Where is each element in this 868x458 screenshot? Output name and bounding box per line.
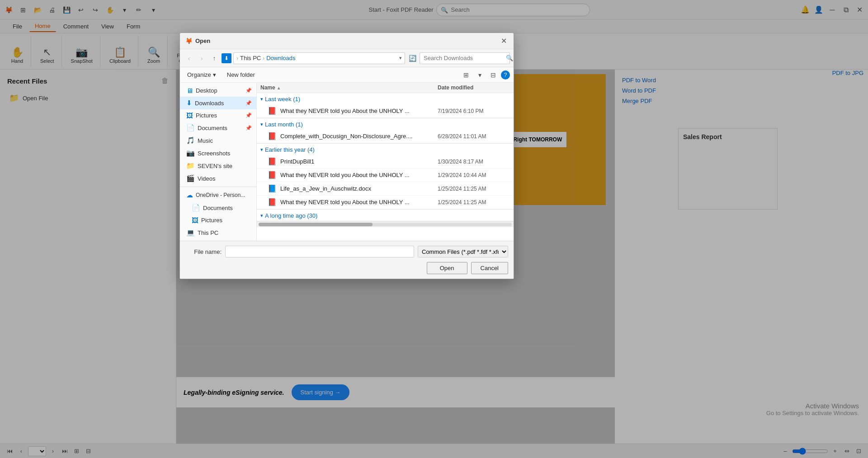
downloads-folder-icon: ⬇ [222,53,231,63]
sort-arrow-name: ▲ [277,85,281,90]
hscroll-thumb [259,223,373,226]
preview-pane-button[interactable]: ⊟ [487,69,499,81]
docx-icon-4: 📘 [268,184,277,193]
refresh-button[interactable]: 🔄 [407,53,418,64]
dialog-close-button[interactable]: ✕ [499,37,508,46]
pin-icon-downloads: 📌 [245,100,252,106]
filename-row: File name: Common Files (*.pdf *.fdf *.x… [185,246,508,257]
group-last-week[interactable]: ▾ Last week (1) [257,93,514,104]
view-dropdown-icon[interactable]: ▾ [474,69,486,81]
group-last-month-label: Last month (1) [265,121,303,128]
nav-item-downloads[interactable]: ⬇ Downloads 📌 [180,97,256,109]
group-last-month[interactable]: ▾ Last month (1) [257,118,514,130]
nav-item-videos[interactable]: 🎬 Videos [180,172,256,185]
dialog-nav-toolbar: ‹ › ↑ ⬇ › This PC › Downloads ▾ 🔄 🔍 [180,49,514,67]
nav-item-documents[interactable]: 📄 Documents 📌 [180,122,256,134]
file-row-0[interactable]: 📕 What they NEVER told you About the UNH… [257,104,514,118]
pdf-icon-5: 📕 [268,198,277,206]
group-long-ago-label: A long time ago (30) [265,212,317,219]
pin-icon-desktop: 📌 [245,88,252,93]
cancel-button[interactable]: Cancel [471,262,508,274]
nav-item-pictures[interactable]: 🖼 Pictures 📌 [180,109,256,122]
view-options-button[interactable]: ⊞ [460,69,472,81]
pdf-icon-3: 📕 [268,171,277,179]
chevron-earlier-icon: ▾ [260,147,263,153]
file-row-1[interactable]: 📕 Complete_with_Docusign_Non-Disclosure_… [257,130,514,143]
new-folder-button[interactable]: New folder [223,70,259,79]
file-date-3: 1/29/2024 10:44 AM [438,172,510,178]
this-pc-icon: 💻 [186,229,195,237]
dialog-bottom: File name: Common Files (*.pdf *.fdf *.x… [180,241,514,279]
organize-button[interactable]: Organize ▾ [184,70,220,79]
file-name-5: What they NEVER told you About the UNHOL… [280,199,438,206]
nav-item-onedrive-pictures[interactable]: 🖼 Pictures [180,214,256,226]
screenshots-icon: 📷 [186,149,195,157]
nav-item-onedrive[interactable]: ☁ OneDrive - Person... [180,189,256,201]
search-downloads-input[interactable] [420,55,503,61]
breadcrumb-dropdown-icon[interactable]: ▾ [399,55,402,61]
organize-label: Organize [187,71,211,78]
file-row-3[interactable]: 📕 What they NEVER told you About the UNH… [257,168,514,182]
nav-onedrive-pics-label: Pictures [201,217,222,224]
sevens-site-icon: 📁 [186,162,195,170]
filetype-select[interactable]: Common Files (*.pdf *.fdf *.xfdl [418,246,508,257]
nav-onedrive-label: OneDrive - Person... [196,192,245,198]
pictures-icon: 🖼 [186,112,193,119]
filename-input[interactable] [225,246,414,257]
search-box-icon: 🔍 [503,55,516,61]
nav-documents-label: Documents [198,125,227,131]
nav-item-sevens-site[interactable]: 📁 SEVEN's site [180,159,256,172]
back-button[interactable]: ‹ [184,53,194,64]
file-date-0: 7/19/2024 6:10 PM [438,108,510,114]
forward-button[interactable]: › [196,53,207,64]
onedrive-docs-icon: 📄 [192,204,200,212]
filename-label: File name: [185,248,222,255]
col-date[interactable]: Date modified [438,84,510,91]
file-date-5: 1/25/2024 11:25 AM [438,199,510,206]
breadcrumb-arrow: › [236,55,238,61]
file-name-1: Complete_with_Docusign_Non-Disclosure_Ag… [280,133,438,140]
dialog-filelist: Name ▲ Date modified ▾ Last week (1) 📕 W… [257,83,514,241]
dialog-toolbar2: Organize ▾ New folder ⊞ ▾ ⊟ ? [180,67,514,83]
file-row-5[interactable]: 📕 What they NEVER told you About the UNH… [257,196,514,209]
dialog-title: 🦊 Open [185,37,210,44]
nav-item-music[interactable]: 🎵 Music [180,134,256,147]
breadcrumb-bar[interactable]: › This PC › Downloads ▾ [233,52,405,64]
nav-item-screenshots[interactable]: 📷 Screenshots [180,147,256,159]
nav-screenshots-label: Screenshots [198,150,230,157]
file-row-4[interactable]: 📘 Life_as_a_Jew_in_Auschwitz.docx 1/25/2… [257,182,514,196]
file-name-3: What they NEVER told you About the UNHOL… [280,172,438,178]
group-earlier-this-year[interactable]: ▾ Earlier this year (4) [257,144,514,155]
nav-item-desktop[interactable]: 🖥 Desktop 📌 [180,84,256,97]
dialog-overlay: 🦊 Open ✕ ‹ › ↑ ⬇ › This PC › Downloads ▾… [0,0,868,458]
horizontal-scrollbar[interactable] [257,221,514,227]
open-button[interactable]: Open [427,262,467,274]
music-icon: 🎵 [186,136,195,145]
breadcrumb-this-pc[interactable]: This PC [240,55,261,61]
group-long-ago[interactable]: ▾ A long time ago (30) [257,210,514,221]
up-button[interactable]: ↑ [209,53,220,64]
file-date-1: 6/28/2024 11:01 AM [438,133,510,140]
downloads-arrow: ⬇ [222,53,231,63]
breadcrumb-sep2: › [263,55,264,61]
pdf-icon-2: 📕 [268,157,277,166]
col-name[interactable]: Name ▲ [260,84,438,91]
file-date-2: 1/30/2024 8:17 AM [438,159,510,165]
onedrive-icon: ☁ [186,191,193,199]
nav-item-onedrive-documents[interactable]: 📄 Documents [180,201,256,214]
file-row-2[interactable]: 📕 PrintDupBill1 1/30/2024 8:17 AM [257,155,514,168]
breadcrumb-downloads[interactable]: Downloads [266,55,295,61]
file-name-4: Life_as_a_Jew_in_Auschwitz.docx [280,185,438,192]
nav-pictures-label: Pictures [196,112,217,119]
nav-item-this-pc[interactable]: 💻 This PC [180,226,256,239]
dialog-foxit-icon: 🦊 [185,37,193,44]
dialog-leftnav: 🖥 Desktop 📌 ⬇ Downloads 📌 🖼 Pictures 📌 📄 [180,83,257,241]
nav-separator [180,187,256,187]
help-button[interactable]: ? [501,70,510,79]
downloads-icon: ⬇ [186,99,192,107]
nav-downloads-label: Downloads [195,100,224,107]
open-dialog: 🦊 Open ✕ ‹ › ↑ ⬇ › This PC › Downloads ▾… [179,33,514,279]
hscroll-track [259,223,512,226]
dialog-body: 🖥 Desktop 📌 ⬇ Downloads 📌 🖼 Pictures 📌 📄 [180,83,514,241]
search-box: 🔍 [420,52,510,64]
